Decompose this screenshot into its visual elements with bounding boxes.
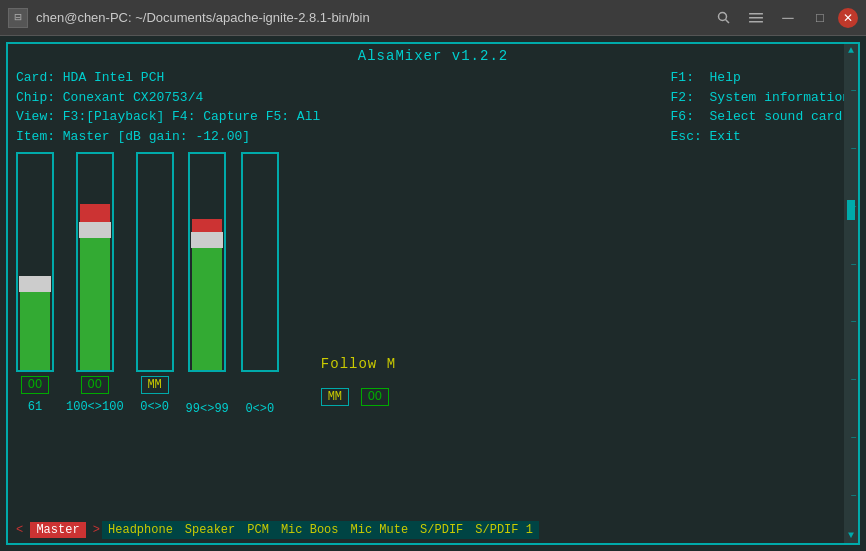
strip-speaker[interactable]: Speaker — [179, 521, 241, 539]
svg-point-0 — [719, 12, 727, 20]
item-info: Item: Master [dB gain: -12.00] — [16, 127, 320, 147]
badge-master: OO — [21, 376, 49, 394]
strip-label-micboos: Mic Boos — [281, 523, 339, 537]
fader-handle-headphone[interactable] — [79, 222, 111, 238]
info-section: Card: HDA Intel PCH Chip: Conexant CX207… — [16, 68, 850, 146]
right-badges: MM OO — [321, 388, 389, 406]
follow-text: Follow M — [321, 356, 396, 372]
value-master: 61 — [28, 400, 42, 414]
search-button[interactable] — [710, 6, 738, 30]
fader-micboos[interactable] — [241, 152, 279, 372]
fader-handle-master[interactable] — [19, 276, 51, 292]
maximize-button[interactable]: □ — [806, 6, 834, 30]
strip-label-micmute: Mic Mute — [350, 523, 408, 537]
svg-rect-4 — [749, 21, 763, 23]
chip-value: Conexant CX20753/4 — [63, 90, 203, 105]
fader-speaker[interactable] — [136, 152, 174, 372]
shortcut-f6: F6: Select sound card — [671, 107, 850, 127]
titlebar: ⊟ chen@chen-PC: ~/Documents/apache-ignit… — [0, 0, 866, 36]
svg-rect-2 — [749, 13, 763, 15]
strip-label-headphone: Headphone — [108, 523, 173, 537]
terminal-icon: ⊟ — [8, 8, 28, 28]
fader-green-headphone — [80, 230, 110, 370]
fader-master[interactable] — [16, 152, 54, 372]
channel-speaker: MM 0<>0 — [136, 152, 174, 414]
card-label: Card: — [16, 70, 63, 85]
chip-info: Chip: Conexant CX20753/4 — [16, 88, 320, 108]
shortcut-esc: Esc: Exit — [671, 127, 850, 147]
card-info: Card: HDA Intel PCH — [16, 68, 320, 88]
svg-rect-3 — [749, 17, 763, 19]
right-panel: Follow M MM OO — [321, 216, 396, 416]
shortcut-f2: F2: System information — [671, 88, 850, 108]
scroll-down-arrow[interactable]: ▼ — [848, 529, 854, 543]
value-pcm: 99<>99 — [186, 402, 229, 416]
scrollbar-ticks: ─ ─ ─ ─ ─ ─ ─ ─ — [851, 60, 856, 527]
strip-label-spdif: S/PDIF — [420, 523, 463, 537]
fader-headphone[interactable] — [76, 152, 114, 372]
svg-line-1 — [726, 19, 730, 23]
shortcut-f1: F1: Help — [671, 68, 850, 88]
strip-master[interactable]: < Master > — [14, 520, 102, 540]
value-headphone: 100<>100 — [66, 400, 124, 414]
card-value: HDA Intel PCH — [63, 70, 164, 85]
badge-oo-right: OO — [361, 388, 389, 406]
fader-handle-pcm[interactable] — [191, 232, 223, 248]
alsamixer-title: AlsaMixer v1.2.2 — [16, 48, 850, 64]
minimize-button[interactable]: ─ — [774, 6, 802, 30]
scrollbar[interactable]: ▲ ─ ─ ─ ─ ─ ─ ─ ─ ▼ — [844, 44, 858, 543]
view-label: View: — [16, 109, 63, 124]
badge-speaker: MM — [141, 376, 169, 394]
fader-green-master — [20, 284, 50, 370]
strip-label-master: Master — [30, 522, 85, 538]
info-right: F1: Help F2: System information F6: Sele… — [671, 68, 850, 146]
badge-headphone: OO — [81, 376, 109, 394]
titlebar-left: ⊟ chen@chen-PC: ~/Documents/apache-ignit… — [8, 8, 370, 28]
terminal-area: AlsaMixer v1.2.2 Card: HDA Intel PCH Chi… — [0, 36, 866, 551]
chip-label: Chip: — [16, 90, 63, 105]
channel-micboos: 0<>0 — [241, 152, 279, 416]
window-controls: ─ □ ✕ — [710, 6, 858, 30]
channel-master: OO 61 — [16, 152, 54, 414]
channel-headphone: OO 100<>100 — [66, 152, 124, 414]
strip-spdif[interactable]: S/PDIF — [414, 521, 469, 539]
bottom-strip: < Master > Headphone Speaker PCM Mic Boo… — [14, 519, 838, 541]
fader-pcm[interactable] — [188, 152, 226, 372]
strip-label-pcm: PCM — [247, 523, 269, 537]
channel-pcm: 99<>99 — [186, 152, 229, 416]
view-value: F3:[Playback] F4: Capture F5: All — [63, 109, 320, 124]
view-info: View: F3:[Playback] F4: Capture F5: All — [16, 107, 320, 127]
strip-headphone[interactable]: Headphone — [102, 521, 179, 539]
window-title: chen@chen-PC: ~/Documents/apache-ignite-… — [36, 10, 370, 25]
scrollbar-track[interactable]: ─ ─ ─ ─ ─ ─ ─ ─ — [846, 60, 856, 527]
close-button[interactable]: ✕ — [838, 8, 858, 28]
strip-arrow-left: < — [16, 523, 30, 537]
item-label: Item: — [16, 129, 63, 144]
strip-label-spdif1: S/PDIF 1 — [475, 523, 533, 537]
badge-mm-right: MM — [321, 388, 349, 406]
alsamixer-container: AlsaMixer v1.2.2 Card: HDA Intel PCH Chi… — [6, 42, 860, 545]
value-speaker: 0<>0 — [140, 400, 169, 414]
strip-pcm[interactable]: PCM — [241, 521, 275, 539]
strip-micmute[interactable]: Mic Mute — [344, 521, 414, 539]
value-micboos: 0<>0 — [245, 402, 274, 416]
scroll-up-arrow[interactable]: ▲ — [848, 44, 854, 58]
strip-micboos[interactable]: Mic Boos — [275, 521, 345, 539]
menu-button[interactable] — [742, 6, 770, 30]
strip-spdif1[interactable]: S/PDIF 1 — [469, 521, 539, 539]
strip-label-speaker: Speaker — [185, 523, 235, 537]
item-value: Master [dB gain: -12.00] — [63, 129, 250, 144]
strip-arrow-right: > — [86, 523, 100, 537]
info-left: Card: HDA Intel PCH Chip: Conexant CX207… — [16, 68, 320, 146]
fader-green-pcm — [192, 240, 222, 370]
